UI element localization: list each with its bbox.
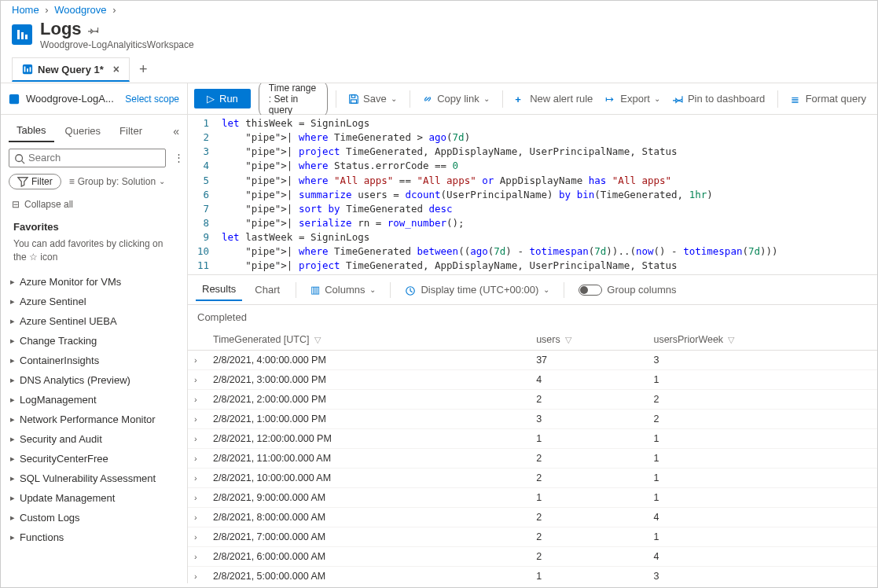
table-row[interactable]: ›2/8/2021, 12:00:00.000 PM11 bbox=[188, 429, 877, 449]
breadcrumb-org[interactable]: Woodgrove bbox=[54, 4, 106, 16]
expand-row-icon[interactable]: › bbox=[188, 488, 207, 508]
tree-item[interactable]: ▸Update Management bbox=[6, 488, 182, 508]
cell-users-prior: 1 bbox=[647, 527, 877, 547]
tree-item[interactable]: ▸DNS Analytics (Preview) bbox=[6, 370, 182, 390]
cell-time: 2/8/2021, 6:00:00.000 AM bbox=[207, 547, 530, 567]
collapse-all-button[interactable]: ⊟ Collapse all bbox=[1, 196, 187, 213]
pin-dashboard-button[interactable]: Pin to dashboard bbox=[668, 90, 770, 108]
expand-row-icon[interactable]: › bbox=[188, 390, 207, 410]
tree-item[interactable]: ▸SecurityCenterFree bbox=[6, 449, 182, 469]
query-tab-active[interactable]: New Query 1* × bbox=[12, 57, 130, 82]
list-icon: ≡ bbox=[69, 176, 75, 187]
expand-row-icon[interactable]: › bbox=[188, 449, 207, 469]
new-alert-button[interactable]: + New alert rule bbox=[510, 90, 597, 108]
export-button[interactable]: ↦ Export⌄ bbox=[601, 90, 665, 108]
filter-icon[interactable]: ▽ bbox=[728, 335, 734, 344]
close-icon[interactable]: × bbox=[113, 63, 119, 75]
play-icon: ▷ bbox=[207, 93, 215, 105]
search-input[interactable] bbox=[9, 149, 166, 167]
tree-item-label: SecurityCenterFree bbox=[20, 453, 108, 465]
main-content: ▷ Run Time range : Set in query Save⌄ Co… bbox=[188, 83, 877, 583]
tree-item[interactable]: ▸Azure Sentinel bbox=[6, 292, 182, 311]
chevron-down-icon: ⌄ bbox=[543, 285, 549, 294]
cell-time: 2/8/2021, 10:00:00.000 AM bbox=[207, 469, 530, 488]
breadcrumb-home[interactable]: Home bbox=[12, 4, 39, 16]
add-tab-button[interactable]: + bbox=[139, 61, 148, 78]
tree-item[interactable]: ▸LogManagement bbox=[6, 390, 182, 410]
group-columns-toggle[interactable]: Group columns bbox=[574, 281, 681, 299]
cell-time: 2/8/2021, 3:00:00.000 PM bbox=[207, 370, 530, 390]
tree-item[interactable]: ▸Azure Sentinel UEBA bbox=[6, 311, 182, 331]
save-button[interactable]: Save⌄ bbox=[343, 90, 402, 108]
tree-item[interactable]: ▸Functions bbox=[6, 527, 182, 547]
sidebar-tab-queries[interactable]: Queries bbox=[57, 120, 109, 141]
expand-row-icon[interactable]: › bbox=[188, 429, 207, 449]
tree-item[interactable]: ▸Custom Logs bbox=[6, 508, 182, 527]
table-row[interactable]: ›2/8/2021, 10:00:00.000 AM21 bbox=[188, 469, 877, 488]
col-users-prior[interactable]: usersPriorWeek▽ bbox=[647, 329, 877, 351]
expand-row-icon[interactable]: › bbox=[188, 351, 207, 370]
table-row[interactable]: ›2/8/2021, 5:00:00.000 AM13 bbox=[188, 567, 877, 583]
favorites-title: Favorites bbox=[13, 221, 174, 233]
cell-time: 2/8/2021, 9:00:00.000 AM bbox=[207, 488, 530, 508]
copy-link-button[interactable]: Copy link⌄ bbox=[417, 90, 494, 108]
query-editor[interactable]: 1234567891011 let thisWeek = SigninLogs … bbox=[188, 115, 877, 275]
tree-item[interactable]: ▸Network Performance Monitor bbox=[6, 410, 182, 429]
expand-row-icon[interactable]: › bbox=[188, 547, 207, 567]
columns-button[interactable]: ▥ Columns ⌄ bbox=[306, 281, 380, 299]
expand-row-icon[interactable]: › bbox=[188, 469, 207, 488]
table-row[interactable]: ›2/8/2021, 9:00:00.000 AM11 bbox=[188, 488, 877, 508]
col-timegenerated[interactable]: TimeGenerated [UTC]▽ bbox=[207, 329, 530, 351]
chart-tab[interactable]: Chart bbox=[248, 279, 286, 300]
tree-item[interactable]: ▸SQL Vulnerability Assessment bbox=[6, 469, 182, 488]
export-icon: ↦ bbox=[605, 94, 616, 105]
expand-row-icon[interactable]: › bbox=[188, 410, 207, 429]
search-field[interactable] bbox=[28, 152, 160, 164]
tree-item[interactable]: ▸Change Tracking bbox=[6, 331, 182, 351]
sidebar-tab-tables[interactable]: Tables bbox=[9, 119, 54, 142]
display-time-button[interactable]: Display time (UTC+00:00) ⌄ bbox=[400, 281, 554, 300]
svg-rect-11 bbox=[351, 99, 357, 102]
tree-item[interactable]: ▸ContainerInsights bbox=[6, 351, 182, 370]
cell-time: 2/8/2021, 4:00:00.000 PM bbox=[207, 351, 530, 370]
time-range-selector[interactable]: Time range : Set in query bbox=[259, 83, 328, 119]
query-code[interactable]: let thisWeek = SigninLogs "pipe">| where… bbox=[215, 115, 877, 274]
table-row[interactable]: ›2/8/2021, 3:00:00.000 PM41 bbox=[188, 370, 877, 390]
table-row[interactable]: ›2/8/2021, 6:00:00.000 AM24 bbox=[188, 547, 877, 567]
tree-item[interactable]: ▸Azure Monitor for VMs bbox=[6, 272, 182, 292]
cell-time: 2/8/2021, 12:00:00.000 PM bbox=[207, 429, 530, 449]
sidebar-tabs: Tables Queries Filter « bbox=[1, 115, 187, 142]
query-icon bbox=[22, 64, 33, 75]
pin-icon[interactable] bbox=[88, 23, 99, 35]
format-query-button[interactable]: ≣ Format query bbox=[786, 90, 871, 108]
table-row[interactable]: ›2/8/2021, 4:00:00.000 PM373 bbox=[188, 351, 877, 370]
expand-row-icon[interactable]: › bbox=[188, 370, 207, 390]
collapse-sidebar-icon[interactable]: « bbox=[173, 125, 179, 138]
run-button[interactable]: ▷ Run bbox=[194, 89, 251, 108]
tree-item[interactable]: ▸Security and Audit bbox=[6, 429, 182, 449]
tree-item-label: Change Tracking bbox=[20, 335, 97, 347]
filter-button[interactable]: Filter bbox=[9, 174, 61, 190]
groupby-dropdown[interactable]: ≡ Group by: Solution ⌄ bbox=[69, 176, 165, 187]
chevron-right-icon: ▸ bbox=[10, 296, 20, 307]
filter-icon[interactable]: ▽ bbox=[565, 335, 571, 344]
filter-icon[interactable]: ▽ bbox=[314, 335, 321, 344]
table-row[interactable]: ›2/8/2021, 1:00:00.000 PM32 bbox=[188, 410, 877, 429]
table-row[interactable]: ›2/8/2021, 11:00:00.000 AM21 bbox=[188, 449, 877, 469]
expand-row-icon[interactable]: › bbox=[188, 567, 207, 583]
sidebar-tab-filter[interactable]: Filter bbox=[112, 120, 150, 141]
chevron-right-icon: ▸ bbox=[10, 454, 20, 464]
col-users[interactable]: users▽ bbox=[530, 329, 647, 351]
expand-row-icon[interactable]: › bbox=[188, 508, 207, 527]
cell-time: 2/8/2021, 5:00:00.000 AM bbox=[207, 567, 530, 583]
results-tab[interactable]: Results bbox=[196, 278, 242, 301]
query-tabs: New Query 1* × + bbox=[1, 57, 877, 83]
table-row[interactable]: ›2/8/2021, 8:00:00.000 AM24 bbox=[188, 508, 877, 527]
expand-row-icon[interactable]: › bbox=[188, 527, 207, 547]
select-scope-link[interactable]: Select scope bbox=[125, 94, 179, 105]
chevron-right-icon: ▸ bbox=[10, 277, 20, 287]
more-options-icon[interactable]: ⋮ bbox=[171, 152, 187, 164]
table-row[interactable]: ›2/8/2021, 7:00:00.000 AM21 bbox=[188, 527, 877, 547]
table-row[interactable]: ›2/8/2021, 2:00:00.000 PM22 bbox=[188, 390, 877, 410]
results-grid-wrap[interactable]: TimeGenerated [UTC]▽ users▽ usersPriorWe… bbox=[188, 329, 877, 583]
